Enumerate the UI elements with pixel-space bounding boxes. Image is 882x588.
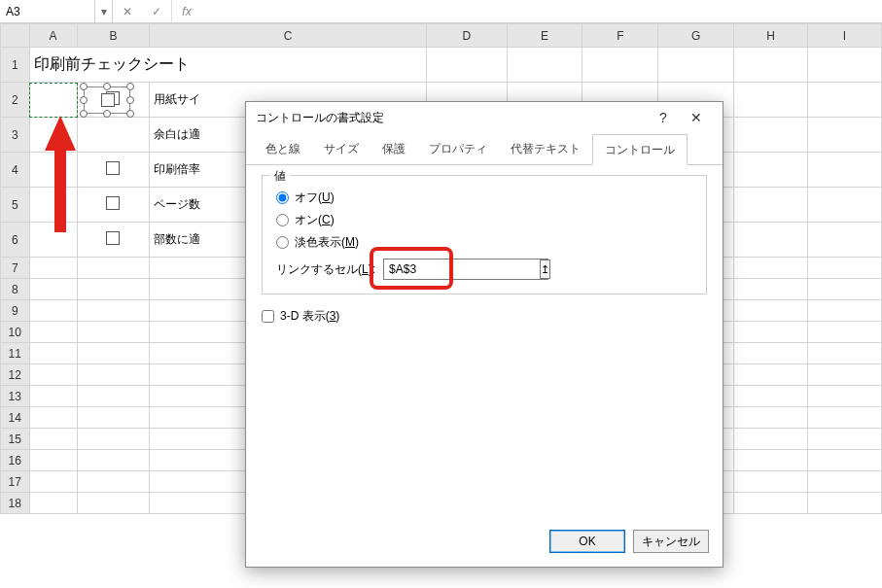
row-header-17[interactable]: 17: [1, 471, 30, 493]
row-header-15[interactable]: 15: [1, 429, 30, 450]
cell-a3[interactable]: [29, 118, 77, 153]
row-header-9[interactable]: 9: [1, 300, 30, 322]
cell-h11[interactable]: [734, 343, 808, 364]
cell-i7[interactable]: [808, 258, 882, 279]
col-header-h[interactable]: H: [734, 24, 808, 48]
tab-4[interactable]: 代替テキスト: [499, 134, 592, 165]
tab-2[interactable]: 保護: [370, 134, 417, 165]
row-header-14[interactable]: 14: [1, 407, 30, 429]
name-box[interactable]: [0, 0, 95, 22]
cell-i6[interactable]: [808, 223, 882, 258]
cell-i12[interactable]: [808, 364, 882, 386]
resize-handle-e[interactable]: [126, 96, 134, 104]
cell-a6[interactable]: [29, 223, 77, 258]
checkbox-icon[interactable]: [106, 161, 120, 175]
row-header-3[interactable]: 3: [1, 118, 30, 153]
dialog-titlebar[interactable]: コントロールの書式設定 ? ✕: [246, 102, 723, 133]
col-header-c[interactable]: C: [150, 24, 427, 48]
cell-b13[interactable]: [77, 386, 150, 407]
cell-h15[interactable]: [734, 429, 808, 450]
cell-i11[interactable]: [808, 343, 882, 364]
row-header-5[interactable]: 5: [1, 188, 30, 223]
cell-a10[interactable]: [29, 322, 77, 343]
resize-handle-sw[interactable]: [80, 110, 88, 118]
formula-confirm-button[interactable]: ✓: [142, 0, 171, 22]
row-header-2[interactable]: 2: [1, 83, 30, 118]
name-box-dropdown[interactable]: ▾: [95, 0, 113, 22]
spreadsheet-grid[interactable]: ABCDEFGHI1印刷前チェックシート2用紙サイ3余白は適4印刷倍率5ページ数…: [0, 23, 882, 588]
cell-h18[interactable]: [734, 493, 808, 514]
cell-i18[interactable]: [808, 493, 882, 514]
checkbox-icon[interactable]: [106, 231, 120, 245]
row-header-18[interactable]: 18: [1, 493, 30, 514]
cell-h8[interactable]: [734, 279, 808, 300]
selected-checkbox-control[interactable]: [84, 86, 130, 114]
cell-h9[interactable]: [734, 300, 808, 322]
cell-a2[interactable]: [29, 83, 77, 118]
select-all-corner[interactable]: [1, 24, 30, 48]
row-header-6[interactable]: 6: [1, 223, 30, 258]
resize-handle-nw[interactable]: [80, 83, 88, 90]
cell-i8[interactable]: [808, 279, 882, 300]
resize-handle-se[interactable]: [126, 110, 134, 118]
col-header-g[interactable]: G: [658, 24, 734, 48]
tab-5[interactable]: コントロール: [592, 134, 688, 165]
linked-cell-refedit[interactable]: ↥: [383, 259, 548, 280]
ok-button[interactable]: OK: [549, 530, 625, 553]
cell-b10[interactable]: [77, 322, 150, 343]
checkbox-3d-input[interactable]: [262, 310, 274, 323]
radio-mixed[interactable]: 淡色表示(M): [276, 234, 692, 251]
cell-h5[interactable]: [734, 188, 808, 223]
cell-e1[interactable]: [507, 48, 582, 83]
row-header-1[interactable]: 1: [1, 48, 30, 83]
row-header-10[interactable]: 10: [1, 322, 30, 343]
cell-i13[interactable]: [808, 386, 882, 407]
insert-function-button[interactable]: fx: [172, 0, 201, 22]
checkbox-icon[interactable]: [106, 196, 120, 210]
cell-b5[interactable]: [77, 188, 150, 223]
tab-1[interactable]: サイズ: [312, 134, 370, 165]
cell-b8[interactable]: [77, 279, 150, 300]
col-header-a[interactable]: A: [29, 24, 77, 48]
tab-0[interactable]: 色と線: [254, 134, 312, 165]
cell-a4[interactable]: [29, 153, 77, 188]
cell-h13[interactable]: [734, 386, 808, 407]
cell-b7[interactable]: [77, 258, 150, 279]
cell-a13[interactable]: [29, 386, 77, 407]
col-header-b[interactable]: B: [77, 24, 150, 48]
row-header-7[interactable]: 7: [1, 258, 30, 279]
cell-b12[interactable]: [77, 364, 150, 386]
cell-h14[interactable]: [734, 407, 808, 429]
radio-on[interactable]: オン(C): [276, 212, 692, 228]
formula-cancel-button[interactable]: ✕: [113, 0, 142, 22]
cell-a16[interactable]: [29, 450, 77, 471]
cell-b17[interactable]: [77, 471, 150, 493]
radio-on-input[interactable]: [276, 214, 289, 226]
cell-a18[interactable]: [29, 493, 77, 514]
collapse-dialog-button[interactable]: ↥: [540, 259, 550, 279]
checkbox-3d[interactable]: 3-D 表示(3): [262, 308, 707, 325]
cell-h17[interactable]: [734, 471, 808, 493]
cell-b9[interactable]: [77, 300, 150, 322]
cell-a12[interactable]: [29, 364, 77, 386]
cell-a9[interactable]: [29, 300, 77, 322]
cell-a5[interactable]: [29, 188, 77, 223]
cell-d1[interactable]: [426, 48, 507, 83]
cell-a8[interactable]: [29, 279, 77, 300]
cell-h6[interactable]: [734, 223, 808, 258]
cell-b14[interactable]: [77, 407, 150, 429]
col-header-e[interactable]: E: [507, 24, 582, 48]
radio-off[interactable]: オフ(U): [276, 190, 692, 206]
cell-h3[interactable]: [734, 118, 808, 153]
row-header-4[interactable]: 4: [1, 153, 30, 188]
cell-i1[interactable]: [808, 48, 882, 83]
cell-i5[interactable]: [808, 188, 882, 223]
row-header-16[interactable]: 16: [1, 450, 30, 471]
cell-i9[interactable]: [808, 300, 882, 322]
cell-h12[interactable]: [734, 364, 808, 386]
cell-i4[interactable]: [808, 153, 882, 188]
cell-i17[interactable]: [808, 471, 882, 493]
cell-h1[interactable]: [734, 48, 808, 83]
cell-i10[interactable]: [808, 322, 882, 343]
row-header-13[interactable]: 13: [1, 386, 30, 407]
